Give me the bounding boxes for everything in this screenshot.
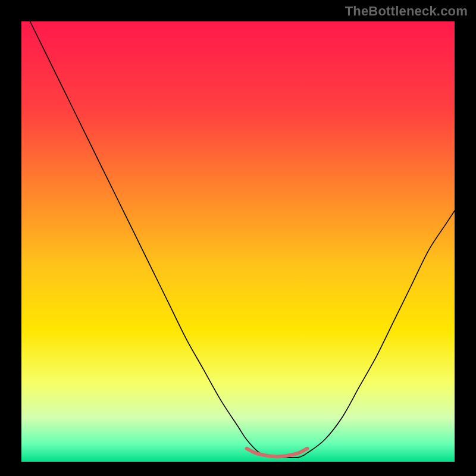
plot-background xyxy=(21,21,455,462)
chart-frame: TheBottleneck.com xyxy=(0,0,476,476)
chart-svg xyxy=(0,0,476,476)
